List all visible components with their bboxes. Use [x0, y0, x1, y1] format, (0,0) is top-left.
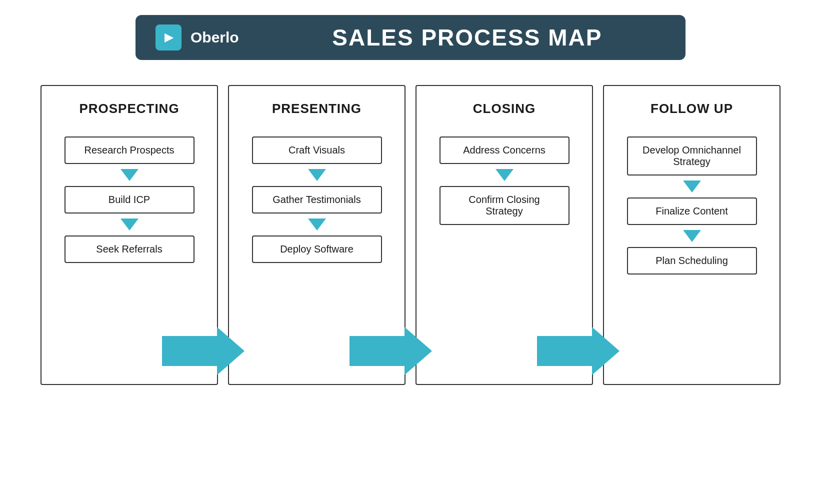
- arrow-down-closing-0: [496, 169, 514, 181]
- step-box-presenting-1: Gather Testimonials: [252, 186, 382, 214]
- header: ▶ Oberlo SALES PROCESS MAP: [136, 15, 686, 60]
- column-followup: FOLLOW UPDevelop Omnichannel StrategyFin…: [603, 85, 780, 385]
- sales-process-diagram: PROSPECTINGResearch ProspectsBuild ICPSe…: [40, 85, 780, 385]
- arrow-down-prospecting-1: [120, 218, 138, 230]
- step-box-followup-2: Plan Scheduling: [627, 247, 757, 274]
- step-box-presenting-0: Craft Visuals: [252, 136, 382, 164]
- arrow-head: [217, 327, 244, 375]
- arrow-right-closing: [537, 327, 620, 375]
- column-title-closing: CLOSING: [473, 101, 536, 116]
- arrow-down-prospecting-0: [120, 169, 138, 181]
- step-box-prospecting-1: Build ICP: [64, 186, 194, 214]
- page-title: SALES PROCESS MAP: [269, 24, 666, 51]
- arrow-right-prospecting: [162, 327, 244, 375]
- column-title-presenting: PRESENTING: [272, 101, 362, 116]
- step-box-closing-0: Address Concerns: [440, 136, 570, 164]
- step-box-closing-1: Confirm Closing Strategy: [440, 186, 570, 225]
- arrow-body: [350, 336, 404, 366]
- step-box-followup-1: Finalize Content: [627, 198, 757, 225]
- arrow-down-followup-1: [683, 230, 701, 242]
- arrow-down-followup-0: [683, 180, 701, 192]
- oberlo-logo-icon: ▶: [164, 31, 173, 44]
- column-title-followup: FOLLOW UP: [650, 101, 733, 116]
- brand-name: Oberlo: [190, 29, 239, 46]
- step-box-prospecting-0: Research Prospects: [64, 136, 194, 164]
- step-box-presenting-2: Deploy Software: [252, 236, 382, 263]
- column-prospecting: PROSPECTINGResearch ProspectsBuild ICPSe…: [40, 85, 218, 385]
- arrow-body: [537, 336, 592, 366]
- arrow-down-presenting-1: [308, 218, 326, 230]
- column-closing: CLOSINGAddress ConcernsConfirm Closing S…: [416, 85, 593, 385]
- arrow-body: [162, 336, 217, 366]
- column-title-prospecting: PROSPECTING: [79, 101, 179, 116]
- logo-box: ▶: [156, 24, 182, 50]
- arrow-head: [592, 327, 620, 375]
- arrow-head: [404, 327, 432, 375]
- arrow-down-presenting-0: [308, 169, 326, 181]
- step-box-followup-0: Develop Omnichannel Strategy: [627, 136, 757, 176]
- column-presenting: PRESENTINGCraft VisualsGather Testimonia…: [228, 85, 406, 385]
- step-box-prospecting-2: Seek Referrals: [64, 236, 194, 263]
- arrow-right-presenting: [350, 327, 432, 375]
